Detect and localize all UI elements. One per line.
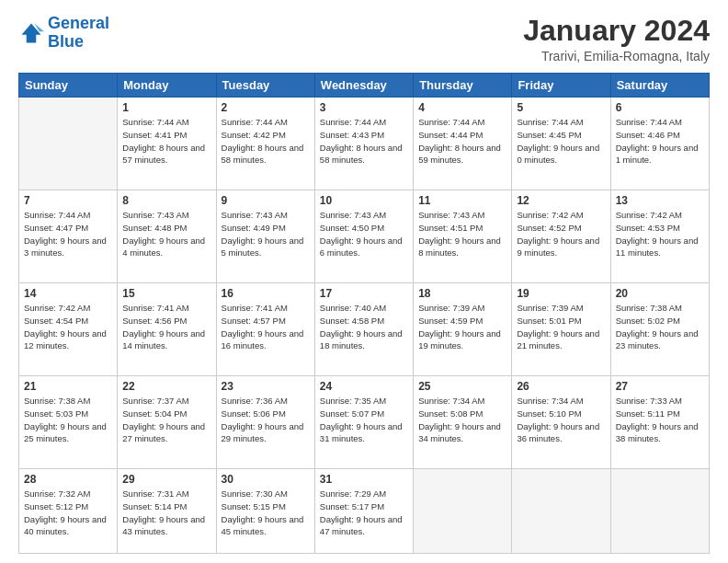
calendar-cell	[414, 469, 512, 554]
col-header-saturday: Saturday	[610, 74, 709, 98]
logo: General Blue	[18, 15, 109, 52]
calendar-cell: 25Sunrise: 7:34 AMSunset: 5:08 PMDayligh…	[414, 376, 512, 469]
day-info: Sunrise: 7:38 AMSunset: 5:02 PMDaylight:…	[616, 302, 704, 352]
page: General Blue January 2024 Trarivi, Emili…	[0, 0, 728, 563]
day-number: 13	[616, 194, 704, 207]
day-number: 9	[222, 194, 310, 207]
day-info: Sunrise: 7:44 AMSunset: 4:46 PMDaylight:…	[616, 116, 704, 167]
calendar-cell: 4Sunrise: 7:44 AMSunset: 4:44 PMDaylight…	[414, 98, 512, 190]
day-info: Sunrise: 7:42 AMSunset: 4:54 PMDaylight:…	[24, 302, 112, 352]
day-number: 31	[320, 473, 408, 486]
day-number: 28	[24, 473, 112, 486]
calendar-cell: 1Sunrise: 7:44 AMSunset: 4:41 PMDaylight…	[118, 98, 216, 190]
calendar-cell: 12Sunrise: 7:42 AMSunset: 4:52 PMDayligh…	[512, 190, 610, 283]
day-info: Sunrise: 7:31 AMSunset: 5:14 PMDaylight:…	[122, 488, 210, 538]
day-info: Sunrise: 7:40 AMSunset: 4:58 PMDaylight:…	[320, 302, 408, 352]
day-number: 16	[222, 287, 310, 300]
day-number: 4	[418, 101, 506, 114]
calendar-cell: 18Sunrise: 7:39 AMSunset: 4:59 PMDayligh…	[414, 283, 512, 376]
main-title: January 2024	[523, 15, 710, 47]
col-header-wednesday: Wednesday	[314, 74, 413, 98]
day-info: Sunrise: 7:44 AMSunset: 4:45 PMDaylight:…	[517, 116, 605, 167]
day-info: Sunrise: 7:44 AMSunset: 4:44 PMDaylight:…	[418, 116, 506, 167]
calendar-cell: 8Sunrise: 7:43 AMSunset: 4:48 PMDaylight…	[118, 190, 216, 283]
col-header-sunday: Sunday	[19, 74, 118, 98]
day-info: Sunrise: 7:39 AMSunset: 4:59 PMDaylight:…	[418, 302, 506, 352]
calendar-cell: 26Sunrise: 7:34 AMSunset: 5:10 PMDayligh…	[512, 376, 610, 469]
calendar-cell: 28Sunrise: 7:32 AMSunset: 5:12 PMDayligh…	[19, 469, 118, 554]
calendar-cell: 10Sunrise: 7:43 AMSunset: 4:50 PMDayligh…	[314, 190, 413, 283]
calendar-cell: 21Sunrise: 7:38 AMSunset: 5:03 PMDayligh…	[19, 376, 118, 469]
day-number: 6	[616, 101, 704, 114]
calendar-cell: 7Sunrise: 7:44 AMSunset: 4:47 PMDaylight…	[19, 190, 118, 283]
day-info: Sunrise: 7:35 AMSunset: 5:07 PMDaylight:…	[320, 395, 408, 445]
day-info: Sunrise: 7:32 AMSunset: 5:12 PMDaylight:…	[24, 488, 112, 538]
calendar-cell: 19Sunrise: 7:39 AMSunset: 5:01 PMDayligh…	[512, 283, 610, 376]
calendar-table: SundayMondayTuesdayWednesdayThursdayFrid…	[18, 73, 710, 554]
day-number: 25	[418, 380, 506, 393]
day-number: 29	[122, 473, 210, 486]
day-number: 26	[517, 380, 605, 393]
header: General Blue January 2024 Trarivi, Emili…	[18, 15, 710, 63]
day-number: 8	[122, 194, 210, 207]
calendar-cell: 29Sunrise: 7:31 AMSunset: 5:14 PMDayligh…	[118, 469, 216, 554]
calendar-week-row: 7Sunrise: 7:44 AMSunset: 4:47 PMDaylight…	[19, 190, 710, 283]
day-info: Sunrise: 7:37 AMSunset: 5:04 PMDaylight:…	[122, 395, 210, 445]
day-info: Sunrise: 7:29 AMSunset: 5:17 PMDaylight:…	[320, 488, 408, 538]
day-info: Sunrise: 7:43 AMSunset: 4:50 PMDaylight:…	[320, 209, 408, 259]
day-info: Sunrise: 7:43 AMSunset: 4:51 PMDaylight:…	[418, 209, 506, 259]
calendar-cell: 5Sunrise: 7:44 AMSunset: 4:45 PMDaylight…	[512, 98, 610, 190]
day-info: Sunrise: 7:44 AMSunset: 4:47 PMDaylight:…	[24, 209, 112, 259]
logo-text: General Blue	[48, 15, 109, 52]
day-number: 19	[517, 287, 605, 300]
subtitle: Trarivi, Emilia-Romagna, Italy	[523, 49, 710, 63]
day-info: Sunrise: 7:36 AMSunset: 5:06 PMDaylight:…	[222, 395, 310, 445]
day-number: 23	[222, 380, 310, 393]
calendar-week-row: 21Sunrise: 7:38 AMSunset: 5:03 PMDayligh…	[19, 376, 710, 469]
day-number: 20	[616, 287, 704, 300]
svg-marker-0	[22, 23, 41, 42]
day-number: 24	[320, 380, 408, 393]
calendar-week-row: 14Sunrise: 7:42 AMSunset: 4:54 PMDayligh…	[19, 283, 710, 376]
calendar-cell: 23Sunrise: 7:36 AMSunset: 5:06 PMDayligh…	[216, 376, 314, 469]
day-number: 5	[517, 101, 605, 114]
day-number: 27	[616, 380, 704, 393]
calendar-cell: 17Sunrise: 7:40 AMSunset: 4:58 PMDayligh…	[314, 283, 413, 376]
col-header-monday: Monday	[118, 74, 216, 98]
col-header-tuesday: Tuesday	[216, 74, 314, 98]
day-info: Sunrise: 7:34 AMSunset: 5:10 PMDaylight:…	[517, 395, 605, 445]
logo-blue: Blue	[48, 32, 84, 51]
calendar-cell: 16Sunrise: 7:41 AMSunset: 4:57 PMDayligh…	[216, 283, 314, 376]
col-header-friday: Friday	[512, 74, 610, 98]
calendar-cell: 20Sunrise: 7:38 AMSunset: 5:02 PMDayligh…	[610, 283, 709, 376]
day-number: 17	[320, 287, 408, 300]
day-info: Sunrise: 7:33 AMSunset: 5:11 PMDaylight:…	[616, 395, 704, 445]
day-info: Sunrise: 7:38 AMSunset: 5:03 PMDaylight:…	[24, 395, 112, 445]
day-info: Sunrise: 7:42 AMSunset: 4:52 PMDaylight:…	[517, 209, 605, 259]
calendar-cell: 9Sunrise: 7:43 AMSunset: 4:49 PMDaylight…	[216, 190, 314, 283]
calendar-cell: 24Sunrise: 7:35 AMSunset: 5:07 PMDayligh…	[314, 376, 413, 469]
day-info: Sunrise: 7:41 AMSunset: 4:56 PMDaylight:…	[122, 302, 210, 352]
day-number: 10	[320, 194, 408, 207]
day-info: Sunrise: 7:43 AMSunset: 4:49 PMDaylight:…	[222, 209, 310, 259]
day-number: 22	[122, 380, 210, 393]
calendar-cell: 27Sunrise: 7:33 AMSunset: 5:11 PMDayligh…	[610, 376, 709, 469]
day-number: 2	[222, 101, 310, 114]
day-number: 1	[122, 101, 210, 114]
day-info: Sunrise: 7:41 AMSunset: 4:57 PMDaylight:…	[222, 302, 310, 352]
day-info: Sunrise: 7:44 AMSunset: 4:42 PMDaylight:…	[222, 116, 310, 167]
day-info: Sunrise: 7:42 AMSunset: 4:53 PMDaylight:…	[616, 209, 704, 259]
calendar-week-row: 28Sunrise: 7:32 AMSunset: 5:12 PMDayligh…	[19, 469, 710, 554]
logo-icon	[18, 20, 44, 46]
logo-general: General	[48, 14, 109, 32]
day-info: Sunrise: 7:44 AMSunset: 4:43 PMDaylight:…	[320, 116, 408, 167]
calendar-cell: 11Sunrise: 7:43 AMSunset: 4:51 PMDayligh…	[414, 190, 512, 283]
calendar-cell: 31Sunrise: 7:29 AMSunset: 5:17 PMDayligh…	[314, 469, 413, 554]
title-block: January 2024 Trarivi, Emilia-Romagna, It…	[523, 15, 710, 63]
calendar-cell: 2Sunrise: 7:44 AMSunset: 4:42 PMDaylight…	[216, 98, 314, 190]
day-number: 7	[24, 194, 112, 207]
day-info: Sunrise: 7:39 AMSunset: 5:01 PMDaylight:…	[517, 302, 605, 352]
day-number: 3	[320, 101, 408, 114]
calendar-cell: 3Sunrise: 7:44 AMSunset: 4:43 PMDaylight…	[314, 98, 413, 190]
calendar-cell: 13Sunrise: 7:42 AMSunset: 4:53 PMDayligh…	[610, 190, 709, 283]
